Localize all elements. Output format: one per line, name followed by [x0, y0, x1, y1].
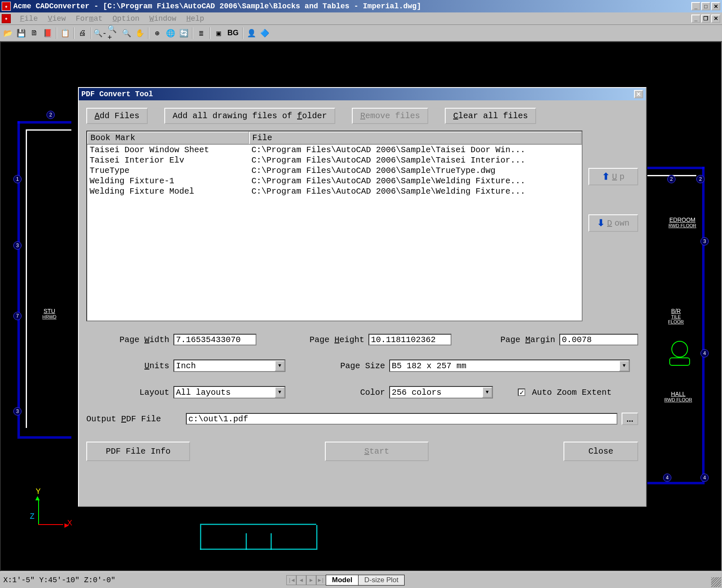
down-button[interactable]: Down	[588, 214, 638, 232]
page-margin-input[interactable]	[559, 334, 638, 345]
auto-zoom-checkbox[interactable]: ✓	[518, 389, 525, 396]
window-controls: _ □ ✕	[691, 2, 720, 10]
room-hall-label: HALL	[671, 391, 685, 397]
page-size-value: B5 182 x 257 mm	[392, 361, 466, 371]
room-stu-label: STU	[44, 308, 55, 314]
info-icon[interactable]: 👤	[245, 27, 258, 39]
convert-icon[interactable]: 📕	[41, 27, 54, 39]
print-icon[interactable]: 🖨	[76, 27, 89, 39]
room-bedroom-sub: RWD FLOOR	[668, 223, 696, 228]
menu-help[interactable]: Help	[181, 14, 209, 24]
remove-files-button[interactable]: Remove files	[352, 108, 428, 124]
dialog-close-button[interactable]: ✕	[634, 90, 643, 98]
col-bookmark[interactable]: Book Mark	[87, 131, 249, 144]
start-button[interactable]: Start	[325, 442, 429, 461]
clear-all-button[interactable]: Clear all files	[445, 108, 536, 124]
menu-view[interactable]: View	[43, 14, 71, 24]
ucs-axis-icon: Y X Z	[30, 484, 80, 533]
list-item[interactable]: Taisei Interior ElvC:\Program Files\Auto…	[87, 155, 582, 165]
zoom-in-icon[interactable]: 🔍+	[107, 27, 120, 39]
room-br-sub: TILE FLOOR	[668, 314, 684, 324]
document-icon[interactable]: ✦	[2, 14, 11, 23]
list-bookmark: Taisei Door Window Sheet	[90, 145, 251, 155]
color-select[interactable]: 256 colors ▼	[389, 386, 493, 398]
page-width-input[interactable]	[173, 334, 256, 345]
output-file-input[interactable]	[186, 413, 617, 425]
app-icon: ✦	[2, 2, 11, 11]
list-filepath: C:\Program Files\AutoCAD 2006\Sample\Tru…	[251, 166, 579, 175]
layout-select[interactable]: All layouts ▼	[173, 386, 285, 398]
layers-icon[interactable]: ≣	[195, 27, 207, 39]
list-item[interactable]: Taisei Door Window SheetC:\Program Files…	[87, 145, 582, 155]
units-value: Inch	[176, 361, 196, 371]
close-dialog-button[interactable]: Close	[563, 442, 638, 461]
zoom-window-icon[interactable]: 🔍	[120, 27, 133, 39]
mdi-restore-button[interactable]: ❐	[701, 15, 710, 23]
page-size-label: Page Size	[319, 361, 385, 371]
toolbar: 📂 💾 🗎 📕 📋 🖨 🔍- 🔍+ 🔍 ✋ ⊕ 🌐 🔄 ≣ ▣ BG 👤 🔷	[0, 25, 722, 41]
minimize-button[interactable]: _	[691, 2, 700, 10]
browse-button[interactable]: ...	[622, 413, 638, 425]
list-item[interactable]: TrueTypeC:\Program Files\AutoCAD 2006\Sa…	[87, 165, 582, 176]
window-title: Acme CADConverter - [C:\Program Files\Au…	[13, 2, 421, 10]
page-size-select[interactable]: B5 182 x 257 mm ▼	[389, 360, 630, 372]
page-height-input[interactable]	[368, 334, 451, 345]
add-folder-button[interactable]: Add all drawing files of folder	[164, 108, 335, 124]
save-icon[interactable]: 💾	[15, 27, 27, 39]
menu-file[interactable]: File	[15, 14, 43, 24]
close-button[interactable]: ✕	[711, 2, 720, 10]
axis-y-label: Y	[36, 487, 41, 496]
tab-next-icon[interactable]: ▶	[306, 575, 316, 585]
page-height-label: Page Height	[290, 335, 364, 345]
tab-dsize-plot[interactable]: D-size Plot	[358, 575, 405, 586]
help-icon[interactable]: 🔷	[259, 27, 271, 39]
file-list[interactable]: Book Mark File Taisei Door Window SheetC…	[86, 131, 583, 321]
list-item[interactable]: Welding Fixture-1C:\Program Files\AutoCA…	[87, 176, 582, 186]
zoom-all-icon[interactable]: 🌐	[164, 27, 177, 39]
open-icon[interactable]: 📂	[2, 27, 14, 39]
copy-icon[interactable]: 📋	[59, 27, 71, 39]
maximize-button[interactable]: □	[701, 2, 710, 10]
add-files-button[interactable]: Add Files	[86, 108, 148, 124]
pan-icon[interactable]: ✋	[134, 27, 146, 39]
tab-first-icon[interactable]: |◀	[286, 575, 296, 585]
list-item[interactable]: Welding Fixture ModelC:\Program Files\Au…	[87, 186, 582, 197]
zoom-out-icon[interactable]: 🔍-	[94, 27, 106, 39]
room-bedroom-label: EDROOM	[669, 216, 695, 223]
chevron-down-icon: ▼	[275, 360, 285, 371]
layout-value: All layouts	[176, 388, 231, 397]
list-bookmark: TrueType	[90, 166, 251, 175]
list-bookmark: Taisei Interior Elv	[90, 156, 251, 165]
bg-color-icon[interactable]: ▣	[212, 27, 225, 39]
tab-prev-icon[interactable]: ◀	[296, 575, 306, 585]
regen-icon[interactable]: 🔄	[178, 27, 190, 39]
mdi-minimize-button[interactable]: _	[691, 15, 700, 23]
menu-window[interactable]: Window	[144, 14, 181, 24]
room-br-label: B/R	[671, 308, 681, 314]
mdi-close-button[interactable]: ✕	[711, 15, 720, 23]
up-button[interactable]: Up	[588, 168, 638, 185]
auto-zoom-label: Auto Zoom Extent	[532, 388, 612, 397]
pdf-file-info-button[interactable]: PDF File Info	[86, 442, 190, 461]
output-label: Output PDF File	[86, 414, 182, 424]
zoom-extents-icon[interactable]: ⊕	[151, 27, 163, 39]
tab-last-icon[interactable]: ▶|	[316, 575, 326, 585]
dialog-titlebar[interactable]: PDF Convert Tool ✕	[79, 88, 646, 100]
menu-format[interactable]: Format	[71, 14, 107, 24]
color-value: 256 colors	[392, 388, 441, 397]
resize-grip-icon[interactable]	[711, 577, 721, 587]
menubar: ✦ File View Format Option Window Help _ …	[0, 12, 722, 25]
statusbar: X:1'-5" Y:45'-10" Z:0'-0" |◀ ◀ ▶ ▶| Mode…	[0, 571, 722, 588]
export-icon[interactable]: 🗎	[28, 27, 41, 39]
col-file[interactable]: File	[249, 131, 582, 144]
main-titlebar: ✦ Acme CADConverter - [C:\Program Files\…	[0, 0, 722, 12]
units-select[interactable]: Inch ▼	[173, 360, 285, 372]
room-hall-sub: RWD FLOOR	[664, 397, 692, 402]
tab-model[interactable]: Model	[326, 575, 359, 586]
axis-x-label: X	[67, 519, 72, 527]
chevron-down-icon: ▼	[619, 360, 629, 371]
bg-label[interactable]: BG	[226, 29, 240, 37]
list-bookmark: Welding Fixture Model	[90, 187, 251, 196]
list-filepath: C:\Program Files\AutoCAD 2006\Sample\Tai…	[251, 156, 579, 165]
menu-option[interactable]: Option	[107, 14, 144, 24]
